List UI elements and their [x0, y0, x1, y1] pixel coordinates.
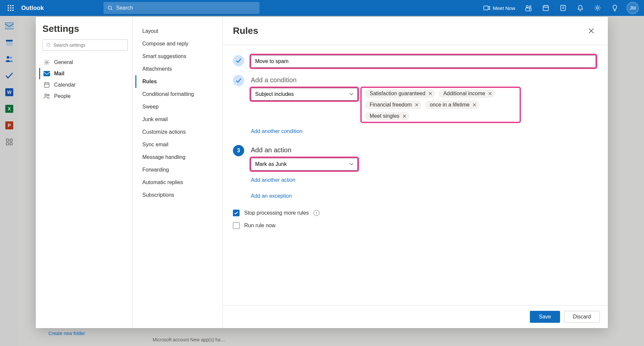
subcat-customize-actions[interactable]: Customize actions: [135, 126, 220, 138]
category-general[interactable]: General: [39, 57, 128, 68]
svg-point-8: [12, 10, 14, 11]
app-launcher[interactable]: [3, 0, 19, 16]
subcat-junk-email[interactable]: Junk email: [135, 113, 220, 126]
chip: Additional income: [439, 89, 495, 98]
subcat-message-handling[interactable]: Message handling: [135, 151, 220, 164]
add-condition-link[interactable]: Add another condition: [251, 127, 303, 136]
close-button[interactable]: [585, 24, 598, 37]
calendar-icon: [43, 82, 50, 88]
condition-chips[interactable]: Satisfaction guaranteed Additional incom…: [362, 88, 520, 122]
people-icon: [43, 94, 50, 99]
subcat-sweep[interactable]: Sweep: [135, 101, 220, 113]
settings-search-input[interactable]: [53, 42, 124, 48]
subcat-automatic-replies[interactable]: Automatic replies: [135, 176, 220, 189]
settings-panel: Rules: [223, 17, 608, 328]
svg-point-49: [48, 95, 49, 96]
subcat-subscriptions[interactable]: Subscriptions: [135, 189, 220, 201]
category-calendar[interactable]: Calendar: [39, 79, 128, 91]
search-box[interactable]: [104, 2, 259, 14]
category-label: Mail: [54, 71, 64, 77]
meet-now-button[interactable]: Meet Now: [479, 5, 519, 11]
avatar[interactable]: JM: [627, 2, 639, 14]
svg-line-10: [111, 9, 112, 10]
subcat-layout[interactable]: Layout: [135, 25, 220, 37]
chip: Meet singles: [365, 112, 409, 120]
settings-title: Settings: [42, 24, 128, 34]
chip-remove[interactable]: [403, 114, 406, 118]
chip-remove[interactable]: [415, 103, 418, 106]
rule-step-3: 3 Add an action Mark as Junk Add another…: [233, 145, 596, 200]
subcat-attachments[interactable]: Attachments: [135, 63, 220, 75]
svg-point-6: [8, 10, 9, 11]
settings-search[interactable]: [42, 39, 128, 51]
settings-categories: Settings General Mail Calendar People: [36, 17, 133, 328]
app-header: Outlook Meet Now JM: [0, 0, 644, 16]
gear-icon: [43, 59, 50, 65]
condition-value: Subject includes: [255, 91, 294, 97]
add-action-link[interactable]: Add another action: [251, 176, 295, 184]
subcat-sync-email[interactable]: Sync email: [135, 138, 220, 151]
svg-point-1: [10, 5, 11, 6]
run-now-row: Run rule now: [233, 222, 596, 229]
chip: once in a lifetime: [425, 101, 479, 109]
rule-step-1: [233, 55, 596, 68]
discard-button[interactable]: Discard: [564, 311, 600, 323]
stop-processing-row: Stop processing more rules i: [233, 210, 596, 216]
rule-name-input[interactable]: [251, 55, 596, 68]
category-people[interactable]: People: [39, 91, 128, 102]
panel-footer: Save Discard: [223, 305, 608, 328]
chip-remove[interactable]: [488, 92, 492, 95]
subcat-smart-suggestions[interactable]: Smart suggestions: [135, 50, 220, 63]
stop-processing-label: Stop processing more rules: [244, 210, 309, 216]
step2-title: Add a condition: [251, 75, 596, 84]
search-icon: [46, 43, 51, 47]
category-mail[interactable]: Mail: [39, 68, 128, 79]
add-exception-link[interactable]: Add an exception: [251, 192, 292, 200]
svg-point-2: [12, 5, 14, 6]
svg-rect-14: [526, 8, 530, 11]
chip-remove[interactable]: [473, 103, 476, 106]
check-icon: [236, 58, 241, 63]
notes-icon[interactable]: [555, 0, 571, 16]
category-label: People: [54, 93, 71, 99]
info-icon[interactable]: i: [314, 210, 320, 216]
bell-icon[interactable]: [572, 0, 588, 16]
category-label: General: [54, 59, 73, 65]
chevron-down-icon: [349, 163, 353, 166]
bg-snippet: Microsoft account New app(s) ha…: [153, 337, 225, 343]
subcat-rules[interactable]: Rules: [135, 75, 220, 88]
lightbulb-icon[interactable]: [607, 0, 623, 16]
mail-icon: [43, 71, 50, 76]
check-icon: [234, 211, 238, 215]
teams-icon[interactable]: [521, 0, 537, 16]
svg-point-3: [8, 7, 9, 9]
subcat-forwarding[interactable]: Forwarding: [135, 164, 220, 176]
category-label: Calendar: [54, 82, 76, 88]
svg-line-41: [49, 46, 51, 47]
condition-dropdown[interactable]: Subject includes: [251, 88, 358, 101]
svg-point-42: [46, 61, 47, 63]
svg-point-5: [12, 7, 14, 9]
svg-point-22: [597, 7, 599, 9]
svg-point-13: [530, 6, 531, 8]
settings-header-icon[interactable]: [590, 0, 606, 16]
stop-processing-checkbox[interactable]: [233, 210, 240, 216]
svg-point-40: [47, 43, 50, 46]
meet-now-label: Meet Now: [493, 5, 515, 11]
svg-point-0: [8, 5, 9, 6]
run-now-checkbox[interactable]: [233, 222, 240, 229]
search-input[interactable]: [116, 5, 255, 11]
subcat-conditional-formatting[interactable]: Conditional formatting: [135, 88, 220, 101]
chevron-down-icon: [349, 93, 353, 96]
svg-rect-19: [561, 5, 565, 11]
svg-point-9: [108, 6, 111, 9]
calendar-header-icon[interactable]: [538, 0, 554, 16]
check-icon: [236, 78, 241, 83]
video-icon: [483, 6, 490, 10]
save-button[interactable]: Save: [530, 311, 560, 323]
action-dropdown[interactable]: Mark as Junk: [251, 158, 358, 171]
chip-remove[interactable]: [429, 92, 432, 95]
subcat-compose[interactable]: Compose and reply: [135, 37, 220, 50]
svg-point-7: [10, 10, 11, 11]
svg-rect-11: [484, 6, 488, 10]
